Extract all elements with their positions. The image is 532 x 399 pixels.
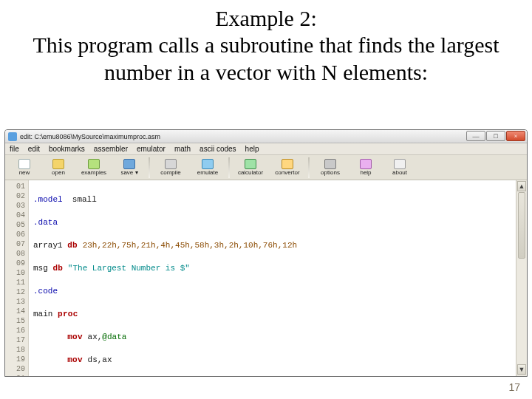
- scroll-down-button[interactable]: ▼: [517, 364, 526, 375]
- editor-window: edit: C:\emu8086\MySource\maximumproc.as…: [4, 129, 528, 377]
- line-number: 04: [5, 211, 28, 220]
- menu-math[interactable]: math: [174, 145, 191, 153]
- line-number: 09: [5, 259, 28, 268]
- gear-icon: [324, 159, 336, 169]
- open-icon: [52, 159, 64, 169]
- line-number: 14: [5, 307, 28, 316]
- tb-examples[interactable]: examples: [76, 156, 112, 180]
- tb-calculator[interactable]: calculator: [233, 156, 268, 180]
- line-number: 01: [5, 182, 28, 191]
- line-number: 07: [5, 239, 28, 249]
- chevron-down-icon: ▾: [135, 169, 138, 176]
- code-line: .model small: [33, 195, 527, 205]
- line-number: 02: [5, 191, 28, 201]
- tb-open[interactable]: open: [42, 156, 75, 180]
- help-icon: [360, 159, 372, 169]
- vertical-scrollbar[interactable]: ▲ ▼: [516, 180, 527, 376]
- minimize-button[interactable]: —: [466, 131, 485, 141]
- line-number: 06: [5, 230, 28, 239]
- line-number: 11: [5, 278, 28, 287]
- tb-emulate[interactable]: emulate: [190, 156, 225, 180]
- slide-title: Example 2: This program calls a subrouti…: [0, 0, 532, 86]
- new-icon: [18, 159, 30, 169]
- line-number: 16: [5, 326, 28, 335]
- tb-new[interactable]: new: [8, 156, 41, 180]
- line-number: 10: [5, 268, 28, 278]
- line-number: 19: [5, 355, 28, 364]
- menu-bar: file edit bookmarks assembler emulator m…: [5, 143, 527, 155]
- line-number: 05: [5, 220, 28, 230]
- line-gutter: 01 02 03 04 05 06 07 08 09 10 11 12 13 1…: [5, 180, 29, 376]
- line-number: 08: [5, 249, 28, 259]
- window-titlebar[interactable]: edit: C:\emu8086\MySource\maximumproc.as…: [5, 130, 527, 143]
- scroll-thumb[interactable]: [518, 192, 525, 259]
- toolbar-separator: [308, 157, 310, 178]
- compile-icon: [165, 159, 177, 169]
- code-line: mov ds,ax: [33, 355, 527, 365]
- code-area: 01 02 03 04 05 06 07 08 09 10 11 12 13 1…: [5, 180, 527, 376]
- close-button[interactable]: ×: [506, 131, 525, 141]
- tb-convertor[interactable]: convertor: [270, 156, 305, 180]
- line-number: 15: [5, 316, 28, 326]
- toolbar-separator: [228, 157, 230, 178]
- toolbar: new open examples save ▾ compile emulate…: [5, 155, 527, 180]
- tb-compile[interactable]: compile: [153, 156, 188, 180]
- line-number: 03: [5, 201, 28, 211]
- tb-save[interactable]: save ▾: [113, 156, 146, 180]
- examples-icon: [88, 159, 100, 169]
- scroll-up-button[interactable]: ▲: [517, 181, 526, 191]
- tb-help[interactable]: help: [349, 156, 382, 180]
- window-title: edit: C:\emu8086\MySource\maximumproc.as…: [20, 133, 160, 140]
- tb-options[interactable]: options: [313, 156, 348, 180]
- title-line-1: Example 2:: [0, 6, 532, 31]
- menu-edit[interactable]: edit: [28, 145, 40, 153]
- code-line: main proc: [33, 310, 527, 319]
- menu-bookmarks[interactable]: bookmarks: [49, 145, 85, 153]
- line-number: 12: [5, 287, 28, 297]
- code-line: .code: [33, 287, 527, 296]
- toolbar-separator: [149, 157, 150, 178]
- line-number: 18: [5, 345, 28, 355]
- save-icon: [123, 159, 135, 169]
- title-description: This program calls a subroutine that fin…: [0, 31, 532, 86]
- menu-help[interactable]: help: [245, 145, 259, 153]
- menu-file[interactable]: file: [10, 145, 19, 153]
- code-editor[interactable]: .model small .data array1 db 23h,22h,75h…: [29, 180, 527, 376]
- calculator-icon: [245, 159, 256, 169]
- maximize-button[interactable]: □: [486, 131, 505, 141]
- menu-ascii[interactable]: ascii codes: [200, 145, 236, 153]
- menu-assembler[interactable]: assembler: [94, 145, 128, 153]
- app-icon: [8, 132, 17, 141]
- emulate-icon: [202, 159, 214, 169]
- line-number: 20: [5, 364, 28, 374]
- code-line: mov ax,@data: [33, 332, 527, 342]
- slide-page-number: 17: [508, 381, 520, 393]
- line-number: 13: [5, 297, 28, 307]
- convertor-icon: [282, 159, 293, 169]
- code-line: array1 db 23h,22h,75h,21h,4h,45h,58h,3h,…: [33, 241, 527, 250]
- code-line: msg db "The Largest Number is $": [33, 264, 527, 273]
- tb-about[interactable]: about: [383, 156, 416, 180]
- menu-emulator[interactable]: emulator: [137, 145, 166, 153]
- line-number: 21: [5, 374, 28, 377]
- line-number: 17: [5, 335, 28, 345]
- about-icon: [394, 159, 406, 169]
- code-line: .data: [33, 218, 527, 228]
